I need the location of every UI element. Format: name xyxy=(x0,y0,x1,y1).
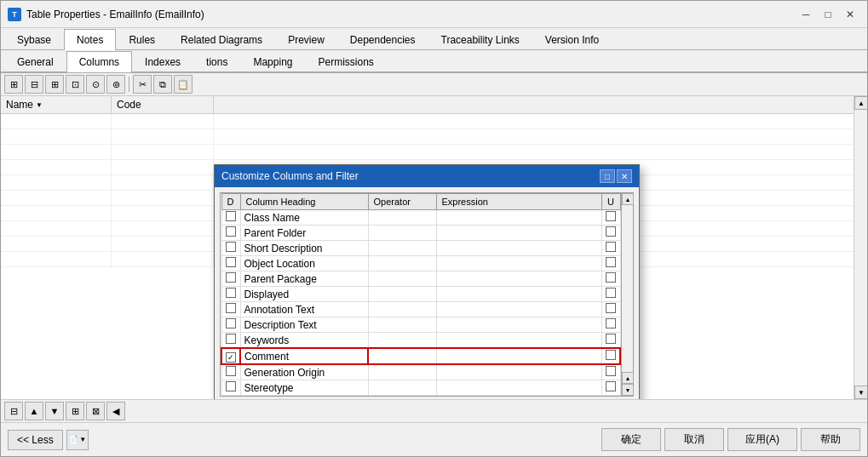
bottom-tool-btn-1[interactable]: ⊟ xyxy=(4,402,23,420)
row-checkbox-6[interactable] xyxy=(226,303,236,313)
main-right-scrollbar[interactable]: ▲ ▼ xyxy=(854,96,867,399)
dialog-maximize-btn[interactable]: □ xyxy=(600,169,615,183)
table-row[interactable] xyxy=(1,114,854,129)
dialog-table-row[interactable]: Parent Folder xyxy=(221,226,620,241)
col-header-name[interactable]: Name ▼ xyxy=(1,96,112,113)
dialog-table-row[interactable]: Short Description xyxy=(221,241,620,256)
row-checkbox-0[interactable] xyxy=(226,211,236,221)
toolbar-btn-2[interactable]: ⊟ xyxy=(25,75,43,94)
tab-version-info[interactable]: Version Info xyxy=(532,29,612,50)
table-row[interactable] xyxy=(1,145,854,160)
row-u-checkbox-1[interactable] xyxy=(606,226,616,237)
export-button[interactable]: 📄 ▼ xyxy=(66,430,89,450)
bottom-tool-btn-6[interactable]: ◀ xyxy=(106,402,125,420)
dialog-scroll-down1[interactable]: ▲ xyxy=(622,372,634,384)
row-u-checkbox-5[interactable] xyxy=(606,288,616,298)
tab-columns[interactable]: Columns xyxy=(66,51,132,72)
table-row[interactable] xyxy=(1,129,854,145)
row-checkbox-8[interactable] xyxy=(226,334,236,344)
bottom-tool-btn-3[interactable]: ▼ xyxy=(45,402,64,420)
tab-dependencies[interactable]: Dependencies xyxy=(337,29,428,50)
row-checkbox-3[interactable] xyxy=(226,257,236,267)
tab-notes[interactable]: Notes xyxy=(64,29,116,50)
row-u-checkbox-0[interactable] xyxy=(606,211,616,221)
toolbar-btn-3[interactable]: ⊞ xyxy=(45,75,64,94)
row-u-checkbox-9[interactable] xyxy=(606,350,616,360)
tab-related-diagrams[interactable]: Related Diagrams xyxy=(168,29,275,50)
col-header-code[interactable]: Code xyxy=(112,96,214,113)
tab-bar-second: General Columns Indexes tions Mapping Pe… xyxy=(1,50,867,73)
scroll-down-btn[interactable]: ▼ xyxy=(854,386,867,399)
maximize-button[interactable]: □ xyxy=(818,5,838,24)
row-expression-6 xyxy=(436,302,602,317)
row-u-checkbox-8[interactable] xyxy=(606,334,616,344)
tab-indexes[interactable]: Indexes xyxy=(132,51,193,72)
tab-sybase[interactable]: Sybase xyxy=(4,29,64,50)
row-expression-0 xyxy=(436,210,602,226)
row-u-checkbox-11[interactable] xyxy=(606,381,616,391)
apply-button[interactable]: 应用(A) xyxy=(727,428,797,451)
close-button[interactable]: ✕ xyxy=(840,5,860,24)
row-checkbox-2[interactable] xyxy=(226,242,236,252)
help-button[interactable]: 帮助 xyxy=(801,428,860,451)
dialog-table-row-comment[interactable]: ✓Comment xyxy=(221,348,620,364)
toolbar-btn-5[interactable]: ⊙ xyxy=(86,75,105,94)
tab-tions[interactable]: tions xyxy=(193,51,240,72)
dialog-title-controls: □ ✕ xyxy=(600,169,632,183)
col-header-column-heading: Column Heading xyxy=(240,194,368,210)
less-button[interactable]: << Less xyxy=(8,430,63,450)
row-checkbox-4[interactable] xyxy=(226,272,236,283)
row-checkbox-11[interactable] xyxy=(226,381,236,391)
confirm-button[interactable]: 确定 xyxy=(601,428,661,451)
dialog-table-row[interactable]: Object Location xyxy=(221,256,620,271)
row-u-checkbox-6[interactable] xyxy=(606,303,616,313)
row-operator-8 xyxy=(368,333,436,349)
toolbar-btn-paste[interactable]: 📋 xyxy=(174,75,193,94)
bottom-tool-btn-4[interactable]: ⊞ xyxy=(66,402,84,420)
col-header-u: U xyxy=(602,194,621,210)
dialog-scroll-down2[interactable]: ▼ xyxy=(622,384,634,396)
tab-rules[interactable]: Rules xyxy=(116,29,168,50)
dialog-table-row[interactable]: Description Text xyxy=(221,317,620,333)
bottom-tool-btn-5[interactable]: ⊠ xyxy=(86,402,105,420)
dialog-table-row[interactable]: Class Name xyxy=(221,210,620,226)
scroll-up-btn[interactable]: ▲ xyxy=(854,96,867,110)
toolbar-btn-copy[interactable]: ⧉ xyxy=(153,75,172,94)
tab-permissions[interactable]: Permissions xyxy=(305,51,386,72)
dialog-close-btn[interactable]: ✕ xyxy=(617,169,632,183)
row-u-checkbox-3[interactable] xyxy=(606,257,616,267)
bottom-btn-left: << Less 📄 ▼ xyxy=(8,430,89,450)
bottom-tool-btn-2[interactable]: ▲ xyxy=(25,402,43,420)
toolbar-btn-6[interactable]: ⊚ xyxy=(106,75,125,94)
toolbar-btn-1[interactable]: ⊞ xyxy=(4,75,23,94)
row-u-checkbox-4[interactable] xyxy=(606,272,616,283)
dialog-table-row[interactable]: Keywords xyxy=(221,333,620,349)
tab-mapping[interactable]: Mapping xyxy=(240,51,305,72)
dialog-scroll-up[interactable]: ▲ xyxy=(622,193,634,205)
dialog-table-row[interactable]: Parent Package xyxy=(221,271,620,287)
dialog-table-row[interactable]: Annotation Text xyxy=(221,302,620,317)
minimize-button[interactable]: ─ xyxy=(796,5,816,24)
dialog-table-row[interactable]: Displayed xyxy=(221,287,620,302)
tab-preview[interactable]: Preview xyxy=(275,29,337,50)
dialog-table-row[interactable]: Stereotype xyxy=(221,380,620,396)
toolbar-btn-4[interactable]: ⊡ xyxy=(66,75,84,94)
dialog-table-row[interactable]: Generation Origin xyxy=(221,364,620,380)
row-checkbox-10[interactable] xyxy=(226,366,236,376)
row-checkbox-5[interactable] xyxy=(226,288,236,298)
tab-general[interactable]: General xyxy=(4,51,66,72)
row-u-checkbox-7[interactable] xyxy=(606,318,616,328)
row-expression-11 xyxy=(436,380,602,396)
row-checkbox-1[interactable] xyxy=(226,226,236,237)
dialog-vscroll[interactable]: ▲ ▲ ▼ xyxy=(621,193,633,396)
row-u-checkbox-2[interactable] xyxy=(606,242,616,252)
cancel-button[interactable]: 取消 xyxy=(664,428,724,451)
dialog-table-header-row: D Column Heading Operator Expression U xyxy=(221,194,620,210)
tab-traceability-links[interactable]: Traceability Links xyxy=(428,29,532,50)
toolbar-btn-cut[interactable]: ✂ xyxy=(133,75,152,94)
row-u-checkbox-10[interactable] xyxy=(606,366,616,376)
row-checkbox-9[interactable]: ✓ xyxy=(226,352,236,363)
dialog-table: D Column Heading Operator Expression U C… xyxy=(221,193,621,396)
row-expression-5 xyxy=(436,287,602,302)
row-checkbox-7[interactable] xyxy=(226,318,236,328)
